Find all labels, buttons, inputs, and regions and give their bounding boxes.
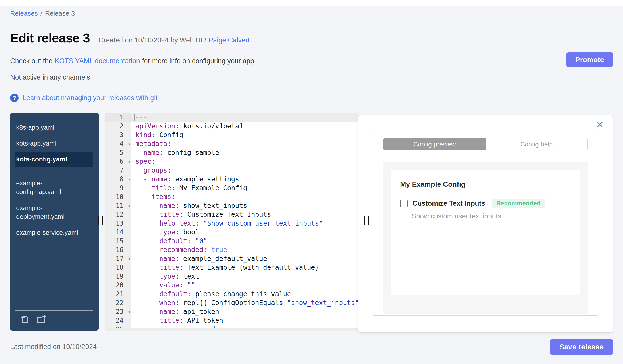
file-label: kots-app.yaml bbox=[16, 139, 83, 148]
code-line-9[interactable]: 9 title: My Example Config bbox=[105, 183, 358, 192]
indent-guide bbox=[151, 298, 151, 307]
new-folder-icon[interactable] bbox=[36, 315, 47, 324]
code-text: recommended: true bbox=[131, 245, 358, 254]
fold-toggle-icon[interactable]: ▾ bbox=[128, 254, 131, 263]
gutter-cell: 20 bbox=[105, 281, 131, 290]
breadcrumb-releases-link[interactable]: Releases bbox=[10, 10, 38, 17]
fold-toggle-icon[interactable]: ▾ bbox=[128, 201, 131, 210]
gutter-cell: 7 bbox=[105, 166, 131, 175]
code-line-4[interactable]: 4▾metadata: bbox=[105, 139, 358, 148]
file-item-kots-app.yaml[interactable]: kots-app.yaml bbox=[16, 136, 93, 151]
gutter-cell: 18 bbox=[105, 263, 131, 272]
fold-toggle-icon[interactable]: ▾ bbox=[128, 157, 131, 166]
code-line-1[interactable]: 1--- bbox=[105, 113, 358, 122]
code-text: type: text bbox=[131, 272, 358, 281]
code-text: value: "" bbox=[131, 281, 358, 290]
code-text: when: repl{{ ConfigOptionEquals "show_te… bbox=[131, 298, 358, 307]
code-line-15[interactable]: 15 default: "0" bbox=[105, 237, 358, 245]
file-item-kots-config.yaml[interactable]: kots-config.yaml bbox=[16, 152, 93, 167]
file-label: example-deployment.yaml bbox=[16, 203, 83, 221]
file-label: k8s-app.yaml bbox=[16, 123, 83, 132]
gutter-cell: 2 bbox=[105, 122, 131, 131]
indent-guide bbox=[151, 219, 151, 228]
sidebar-divider bbox=[16, 171, 93, 171]
file-item-k8s-app.yaml[interactable]: k8s-app.yaml bbox=[16, 120, 93, 135]
code-line-7[interactable]: 7 groups: bbox=[105, 166, 358, 175]
code-line-16[interactable]: 16 recommended: true bbox=[105, 245, 358, 254]
code-lines: 1---2apiVersion: kots.io/v1beta13kind: C… bbox=[105, 113, 358, 331]
code-text: type: bool bbox=[131, 228, 358, 237]
gutter-cell: 3 bbox=[105, 131, 131, 139]
config-item-checkbox[interactable] bbox=[400, 200, 408, 207]
file-sidebar: k8s-app.yamlkots-app.yamlkots-config.yam… bbox=[10, 113, 99, 331]
gutter-cell: 8▾ bbox=[105, 175, 131, 183]
fold-toggle-icon[interactable]: ▾ bbox=[128, 175, 131, 183]
code-text: spec: bbox=[131, 157, 358, 166]
breadcrumb-separator: / bbox=[41, 10, 42, 17]
code-line-8[interactable]: 8▾ - name: example_settings bbox=[105, 175, 358, 183]
horizontal-scrollbar[interactable] bbox=[105, 328, 358, 331]
gutter-cell: 22 bbox=[105, 298, 131, 307]
code-line-10[interactable]: 10 items: bbox=[105, 192, 358, 201]
preview-resize-handle[interactable] bbox=[364, 216, 369, 225]
config-item-row: Customize Text Inputs Recommended bbox=[400, 199, 571, 208]
git-help-row[interactable]: ? Learn about managing your releases wit… bbox=[10, 94, 157, 102]
preview-viewport: My Example Config Customize Text Inputs … bbox=[383, 162, 588, 314]
code-line-2[interactable]: 2apiVersion: kots.io/v1beta1 bbox=[105, 122, 358, 131]
code-line-18[interactable]: 18 title: Text Example (with default val… bbox=[105, 263, 358, 272]
code-line-6[interactable]: 6▾spec: bbox=[105, 157, 358, 166]
gutter-cell: 24 bbox=[105, 316, 131, 325]
gutter-cell: 23▾ bbox=[105, 307, 131, 316]
tab-config-help[interactable]: Config help bbox=[486, 138, 588, 150]
gutter-cell: 14 bbox=[105, 228, 131, 237]
code-line-12[interactable]: 12 title: Customize Text Inputs bbox=[105, 210, 358, 219]
code-text: kind: Config bbox=[131, 131, 358, 139]
indent-guide bbox=[151, 210, 151, 219]
config-item-help-text: Show custom user text inputs bbox=[412, 212, 571, 220]
code-line-14[interactable]: 14 type: bool bbox=[105, 228, 358, 237]
indent-guide bbox=[151, 245, 151, 254]
file-item-example-service.yaml[interactable]: example-service.yaml bbox=[16, 225, 93, 240]
save-release-button[interactable]: Save release bbox=[550, 340, 613, 355]
top-band bbox=[0, 0, 623, 6]
gutter-cell: 1 bbox=[105, 113, 131, 122]
indent-guide bbox=[151, 290, 151, 298]
code-line-19[interactable]: 19 type: text bbox=[105, 272, 358, 281]
question-icon: ? bbox=[10, 94, 19, 102]
new-file-icon[interactable] bbox=[20, 315, 29, 324]
git-help-link[interactable]: Learn about managing your releases with … bbox=[22, 94, 157, 102]
code-line-17[interactable]: 17▾ - name: example_default_value bbox=[105, 254, 358, 263]
fold-toggle-icon[interactable]: ▾ bbox=[128, 307, 131, 316]
promote-button[interactable]: Promote bbox=[566, 52, 613, 67]
code-line-22[interactable]: 22 when: repl{{ ConfigOptionEquals "show… bbox=[105, 298, 358, 307]
code-line-20[interactable]: 20 value: "" bbox=[105, 281, 358, 290]
code-line-5[interactable]: 5 name: config-sample bbox=[105, 148, 358, 157]
code-line-3[interactable]: 3kind: Config bbox=[105, 131, 358, 139]
sidebar-resize-handle[interactable] bbox=[98, 216, 103, 225]
indent-guide bbox=[151, 281, 151, 290]
code-line-21[interactable]: 21 default: please change this value bbox=[105, 290, 358, 298]
file-item-example-configmap.yaml[interactable]: example-configmap.yaml bbox=[16, 175, 93, 200]
code-line-13[interactable]: 13 help_text: "Show custom user text inp… bbox=[105, 219, 358, 228]
code-line-24[interactable]: 24 title: API token bbox=[105, 316, 358, 325]
code-text: title: Text Example (with default value) bbox=[131, 263, 358, 272]
code-line-11[interactable]: 11▾ - name: show_text_inputs bbox=[105, 201, 358, 210]
config-group-title: My Example Config bbox=[400, 180, 571, 188]
close-icon[interactable]: ✕ bbox=[594, 120, 605, 130]
config-card: My Example Config Customize Text Inputs … bbox=[391, 170, 580, 295]
tab-config-preview[interactable]: Config preview bbox=[383, 138, 486, 150]
gutter-cell: 12 bbox=[105, 210, 131, 219]
fold-toggle-icon[interactable]: ▾ bbox=[128, 139, 131, 148]
file-list: k8s-app.yamlkots-app.yamlkots-config.yam… bbox=[10, 113, 99, 240]
config-item-label: Customize Text Inputs bbox=[413, 200, 485, 207]
file-item-example-deployment.yaml[interactable]: example-deployment.yaml bbox=[16, 200, 93, 224]
yaml-code-editor[interactable]: 1---2apiVersion: kots.io/v1beta13kind: C… bbox=[105, 113, 358, 331]
author-link[interactable]: Paige Calvert bbox=[208, 36, 250, 44]
created-meta: Created on 10/10/2024 by Web UI /Paige C… bbox=[99, 36, 250, 44]
kots-yaml-docs-link[interactable]: KOTS YAML documentation bbox=[55, 57, 140, 65]
gutter-cell: 5 bbox=[105, 148, 131, 157]
code-line-23[interactable]: 23▾ - name: api_token bbox=[105, 307, 358, 316]
gutter-cell: 10 bbox=[105, 192, 131, 201]
gutter-cell: 9 bbox=[105, 183, 131, 192]
title-row: Edit release 3 Created on 10/10/2024 by … bbox=[10, 30, 250, 45]
